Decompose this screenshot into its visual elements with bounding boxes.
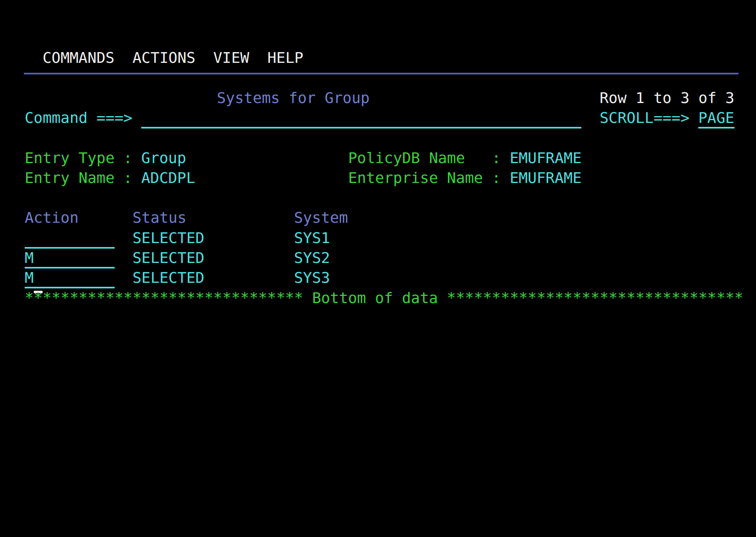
command-label: Command ===> [25, 108, 132, 128]
menu-divider [24, 73, 738, 74]
enterprise-name-separator: : [492, 168, 501, 188]
status-cell-row-3: SELECTED [132, 268, 205, 288]
panel-title: Systems for Group [217, 88, 370, 108]
status-cell-row-1: SELECTED [132, 228, 205, 248]
enterprise-name-label: Enterprise Name [348, 168, 483, 188]
action-input-row-2[interactable]: M [25, 248, 115, 268]
column-header-system: System [294, 208, 348, 228]
entry-name-label: Entry Name [25, 168, 115, 188]
entry-name-separator: : [123, 168, 132, 188]
policydb-name-value: EMUFRAME [510, 148, 582, 168]
entry-type-value: Group [141, 148, 186, 168]
scroll-label: SCROLL===> [600, 108, 690, 128]
scroll-mode-input[interactable]: PAGE [698, 108, 735, 128]
column-header-status: Status [132, 208, 186, 228]
command-input[interactable] [141, 108, 581, 128]
menu-item-actions[interactable]: ACTIONS [132, 48, 195, 68]
status-cell-row-2: SELECTED [132, 248, 205, 268]
policydb-name-separator: : [492, 148, 501, 168]
system-cell-row-3: SYS3 [294, 268, 330, 288]
entry-name-value: ADCDPL [141, 168, 195, 188]
action-input-row-1[interactable] [25, 228, 115, 249]
system-cell-row-1: SYS1 [294, 228, 330, 248]
policydb-name-label: PolicyDB Name [348, 148, 465, 168]
bottom-of-data-marker: ******************************* Bottom o… [25, 288, 743, 308]
menu-item-help[interactable]: HELP [267, 48, 303, 68]
menu-item-view[interactable]: VIEW [213, 48, 249, 68]
row-indicator: Row 1 to 3 of 3 [600, 88, 735, 108]
entry-type-separator: : [123, 148, 132, 168]
entry-type-label: Entry Type [25, 148, 115, 168]
enterprise-name-value: EMUFRAME [510, 168, 582, 188]
action-input-row-3[interactable]: M [25, 268, 115, 288]
menu-item-commands[interactable]: COMMANDS [43, 48, 115, 68]
column-header-action: Action [25, 208, 78, 228]
terminal-screen: COMMANDS ACTIONS VIEW HELP Systems for G… [0, 0, 756, 537]
system-cell-row-2: SYS2 [294, 248, 330, 268]
